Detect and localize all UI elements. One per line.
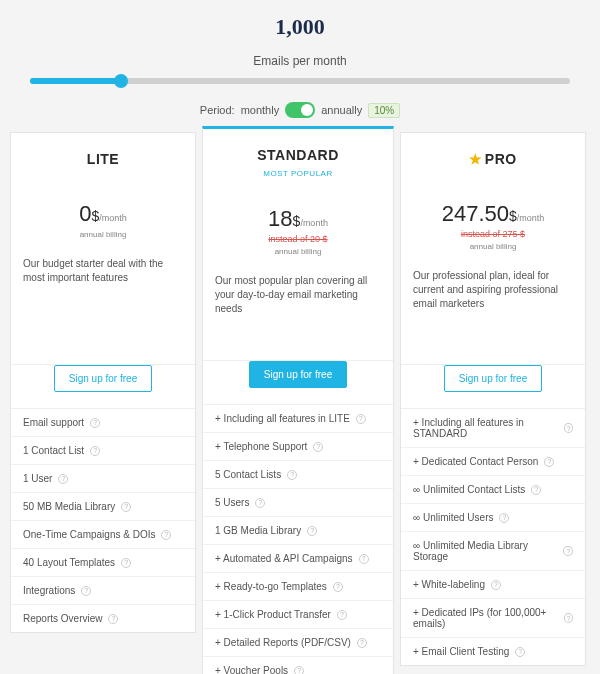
info-icon[interactable]: ?	[563, 546, 573, 556]
feature-text: ∞ Unlimited Contact Lists	[413, 484, 525, 495]
plans-row: LITE 0$/month annual billing Our budget …	[10, 132, 590, 674]
plan-pro-per: /month	[517, 213, 545, 223]
plan-standard-cta[interactable]: Sign up for free	[249, 361, 347, 388]
info-icon[interactable]: ?	[121, 502, 131, 512]
info-icon[interactable]: ?	[90, 418, 100, 428]
info-icon[interactable]: ?	[58, 474, 68, 484]
feature-text: + Dedicated IPs (for 100,000+ emails)	[413, 607, 558, 629]
emails-count: 1,000	[10, 14, 590, 40]
feature-item: + Detailed Reports (PDF/CSV)?	[203, 629, 393, 657]
plan-standard: STANDARD MOST POPULAR 18$/month instead …	[202, 126, 394, 674]
feature-text: 1 Contact List	[23, 445, 84, 456]
feature-item: One-Time Campaigns & DOIs?	[11, 521, 195, 549]
plan-lite-billing: annual billing	[23, 230, 183, 239]
period-prefix: Period:	[200, 104, 235, 116]
feature-item: + White-labeling?	[401, 571, 585, 599]
info-icon[interactable]: ?	[544, 457, 554, 467]
info-icon[interactable]: ?	[499, 513, 509, 523]
feature-item: Integrations?	[11, 577, 195, 605]
feature-text: Reports Overview	[23, 613, 102, 624]
feature-item: + Including all features in STANDARD?	[401, 409, 585, 448]
info-icon[interactable]: ?	[307, 526, 317, 536]
period-toggle[interactable]	[285, 102, 315, 118]
info-icon[interactable]: ?	[531, 485, 541, 495]
feature-text: + Including all features in LITE	[215, 413, 350, 424]
feature-text: One-Time Campaigns & DOIs	[23, 529, 155, 540]
plan-lite-per: /month	[99, 213, 127, 223]
feature-text: + White-labeling	[413, 579, 485, 590]
plan-lite-cta[interactable]: Sign up for free	[54, 365, 152, 392]
plan-standard-features: + Including all features in LITE?+ Telep…	[203, 405, 393, 674]
feature-text: 1 User	[23, 473, 52, 484]
info-icon[interactable]: ?	[81, 586, 91, 596]
feature-text: 50 MB Media Library	[23, 501, 115, 512]
info-icon[interactable]: ?	[255, 498, 265, 508]
plan-pro-currency: $	[509, 208, 517, 224]
info-icon[interactable]: ?	[564, 613, 573, 623]
info-icon[interactable]: ?	[108, 614, 118, 624]
feature-item: 50 MB Media Library?	[11, 493, 195, 521]
info-icon[interactable]: ?	[356, 414, 366, 424]
plan-pro-desc: Our professional plan, ideal for current…	[413, 269, 573, 311]
plan-pro-instead: instead of 275 $	[413, 229, 573, 239]
info-icon[interactable]: ?	[515, 647, 525, 657]
feature-item: + Including all features in LITE?	[203, 405, 393, 433]
feature-text: + Automated & API Campaigns	[215, 553, 353, 564]
plan-pro-billing: annual billing	[413, 242, 573, 251]
feature-text: ∞ Unlimited Users	[413, 512, 493, 523]
plan-standard-billing: annual billing	[215, 247, 381, 256]
info-icon[interactable]: ?	[337, 610, 347, 620]
period-annually-label[interactable]: annually	[321, 104, 362, 116]
feature-text: Email support	[23, 417, 84, 428]
discount-badge: 10%	[368, 103, 400, 118]
feature-item: 1 Contact List?	[11, 437, 195, 465]
feature-item: ∞ Unlimited Users?	[401, 504, 585, 532]
feature-text: + Voucher Pools	[215, 665, 288, 674]
plan-lite-title: LITE	[23, 151, 183, 167]
most-popular-badge: MOST POPULAR	[215, 169, 381, 178]
feature-text: ∞ Unlimited Media Library Storage	[413, 540, 557, 562]
feature-text: + Detailed Reports (PDF/CSV)	[215, 637, 351, 648]
plan-pro-price: 247.50	[442, 201, 509, 226]
emails-slider[interactable]	[30, 74, 570, 88]
info-icon[interactable]: ?	[333, 582, 343, 592]
info-icon[interactable]: ?	[294, 666, 304, 675]
plan-standard-title: STANDARD	[215, 147, 381, 163]
plan-standard-desc: Our most popular plan covering all your …	[215, 274, 381, 316]
slider-thumb[interactable]	[114, 74, 128, 88]
info-icon[interactable]: ?	[359, 554, 369, 564]
plan-lite-desc: Our budget starter deal with the most im…	[23, 257, 183, 285]
plan-lite: LITE 0$/month annual billing Our budget …	[10, 132, 196, 633]
info-icon[interactable]: ?	[491, 580, 501, 590]
feature-item: + Email Client Testing?	[401, 638, 585, 665]
feature-item: ∞ Unlimited Media Library Storage?	[401, 532, 585, 571]
feature-item: 1 User?	[11, 465, 195, 493]
feature-item: + Dedicated Contact Person?	[401, 448, 585, 476]
plan-lite-price: 0	[79, 201, 91, 226]
info-icon[interactable]: ?	[564, 423, 573, 433]
info-icon[interactable]: ?	[121, 558, 131, 568]
period-toggle-row: Period: monthly annually 10%	[10, 102, 590, 118]
feature-item: + Dedicated IPs (for 100,000+ emails)?	[401, 599, 585, 638]
feature-text: + Telephone Support	[215, 441, 307, 452]
plan-lite-features: Email support?1 Contact List?1 User?50 M…	[11, 409, 195, 632]
feature-item: 1 GB Media Library?	[203, 517, 393, 545]
plan-pro-cta[interactable]: Sign up for free	[444, 365, 542, 392]
info-icon[interactable]: ?	[313, 442, 323, 452]
star-icon: ★	[469, 151, 483, 167]
feature-item: Email support?	[11, 409, 195, 437]
plan-pro-features: + Including all features in STANDARD?+ D…	[401, 409, 585, 665]
feature-item: ∞ Unlimited Contact Lists?	[401, 476, 585, 504]
slider-fill	[30, 78, 120, 84]
info-icon[interactable]: ?	[287, 470, 297, 480]
feature-text: 40 Layout Templates	[23, 557, 115, 568]
info-icon[interactable]: ?	[161, 530, 171, 540]
feature-text: + Dedicated Contact Person	[413, 456, 538, 467]
info-icon[interactable]: ?	[357, 638, 367, 648]
plan-pro: ★PRO 247.50$/month instead of 275 $ annu…	[400, 132, 586, 666]
feature-text: 5 Users	[215, 497, 249, 508]
info-icon[interactable]: ?	[90, 446, 100, 456]
plan-pro-title: ★PRO	[413, 151, 573, 167]
feature-item: + 1-Click Product Transfer?	[203, 601, 393, 629]
period-monthly-label[interactable]: monthly	[241, 104, 280, 116]
